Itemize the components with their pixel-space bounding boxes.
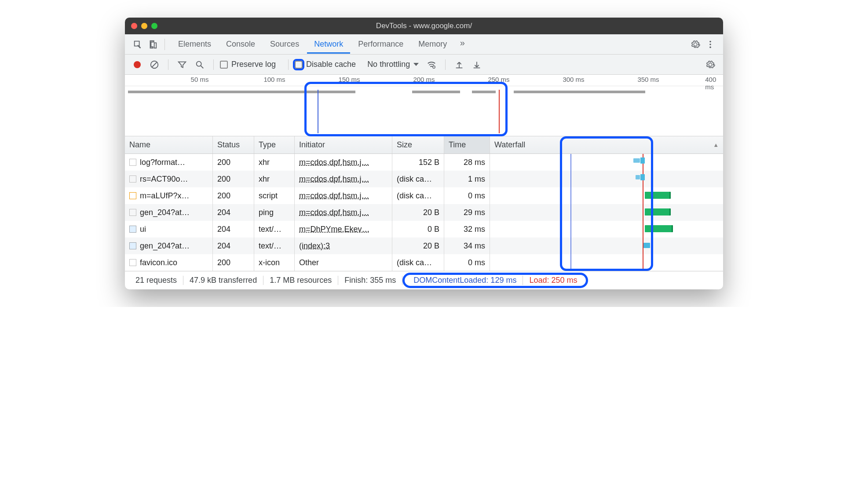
cell-status: 200 xyxy=(213,187,254,204)
chevron-down-icon xyxy=(413,63,419,66)
cell-status: 200 xyxy=(213,254,254,271)
more-tabs-icon[interactable]: » xyxy=(455,35,470,50)
annotation-highlight xyxy=(304,82,508,136)
cell-time: 32 ms xyxy=(444,221,490,237)
cell-initiator[interactable]: m=cdos,dpf,hsm,j… xyxy=(299,208,369,217)
request-table: log?format… 200 xhr m=cdos,dpf,hsm,j… 15… xyxy=(125,154,723,271)
tab-elements[interactable]: Elements xyxy=(171,35,218,53)
cell-name: m=aLUfP?x… xyxy=(140,191,190,201)
cell-name: log?format… xyxy=(140,158,185,167)
cell-initiator[interactable]: m=cdos,dpf,hsm,j… xyxy=(299,191,369,201)
tick-label: 300 ms xyxy=(563,76,584,83)
disable-cache-checkbox[interactable]: Disable cache xyxy=(295,60,356,69)
svg-line-6 xyxy=(201,66,204,68)
cell-time: 29 ms xyxy=(444,204,490,221)
cell-status: 204 xyxy=(213,204,254,221)
status-dcl: DOMContentLoaded: 129 ms xyxy=(407,276,523,285)
cell-name: favicon.ico xyxy=(140,258,177,267)
cell-time: 28 ms xyxy=(444,154,490,171)
image-icon xyxy=(129,242,136,249)
network-settings-gear-icon[interactable] xyxy=(703,57,718,72)
cell-initiator[interactable]: m=DhPYme,Ekev… xyxy=(299,225,370,234)
cell-initiator[interactable]: m=cdos,dpf,hsm,j… xyxy=(299,158,369,167)
cell-size: (disk ca… xyxy=(392,171,444,187)
cell-size: 20 B xyxy=(392,204,444,221)
column-status[interactable]: Status xyxy=(213,136,254,153)
cell-size: 152 B xyxy=(392,154,444,171)
cell-size: (disk ca… xyxy=(392,254,444,271)
cell-size: 20 B xyxy=(392,237,444,254)
column-type[interactable]: Type xyxy=(254,136,295,153)
throttling-label: No throttling xyxy=(367,60,410,69)
cell-size: 0 B xyxy=(392,221,444,237)
tab-performance[interactable]: Performance xyxy=(351,35,410,53)
preserve-log-label: Preserve log xyxy=(231,60,276,69)
kebab-menu-icon[interactable] xyxy=(703,37,718,52)
script-icon xyxy=(129,192,136,199)
window-title: DevTools - www.google.com/ xyxy=(125,22,723,30)
svg-point-7 xyxy=(433,66,435,68)
column-name[interactable]: Name xyxy=(125,136,213,153)
status-transferred: 47.9 kB transferred xyxy=(183,276,263,285)
cell-type: xhr xyxy=(254,171,295,187)
separator xyxy=(164,39,165,50)
tick-label: 350 ms xyxy=(637,76,659,83)
devtools-window: DevTools - www.google.com/ Elements Cons… xyxy=(125,18,723,289)
cell-status: 204 xyxy=(213,221,254,237)
cell-size: (disk ca… xyxy=(392,187,444,204)
tick-label: 100 ms xyxy=(263,76,285,83)
export-har-icon[interactable] xyxy=(469,57,484,72)
settings-gear-icon[interactable] xyxy=(688,37,703,52)
tick-label: 50 ms xyxy=(191,76,209,83)
cell-type: text/… xyxy=(254,221,295,237)
search-icon[interactable] xyxy=(192,57,207,72)
status-bar: 21 requests 47.9 kB transferred 1.7 MB r… xyxy=(125,271,723,289)
network-conditions-icon[interactable] xyxy=(424,57,439,72)
cell-name: gen_204?at… xyxy=(140,241,190,251)
timeline-overview[interactable]: 50 ms 100 ms 150 ms 200 ms 250 ms 300 ms… xyxy=(125,75,723,136)
tick-label: 400 ms xyxy=(705,76,717,91)
cell-name: gen_204?at… xyxy=(140,208,190,217)
cell-time: 0 ms xyxy=(444,187,490,204)
tab-memory[interactable]: Memory xyxy=(411,35,454,53)
tab-sources[interactable]: Sources xyxy=(263,35,306,53)
cell-time: 0 ms xyxy=(444,254,490,271)
column-size[interactable]: Size xyxy=(392,136,444,153)
status-load: Load: 250 ms xyxy=(523,276,583,285)
svg-point-2 xyxy=(709,46,711,48)
titlebar: DevTools - www.google.com/ xyxy=(125,18,723,34)
svg-point-1 xyxy=(709,44,711,45)
status-requests: 21 requests xyxy=(129,276,183,285)
column-initiator[interactable]: Initiator xyxy=(295,136,392,153)
cell-initiator[interactable]: (index):3 xyxy=(299,241,330,251)
svg-point-0 xyxy=(709,40,711,42)
throttling-select[interactable]: No throttling xyxy=(365,60,421,69)
annotation-highlight: DOMContentLoaded: 129 ms Load: 250 ms xyxy=(402,273,588,288)
column-time[interactable]: Time xyxy=(444,136,490,153)
overview-bar xyxy=(514,91,645,93)
panel-tabs: Elements Console Sources Network Perform… xyxy=(171,35,470,53)
tab-console[interactable]: Console xyxy=(219,35,262,53)
disable-cache-label: Disable cache xyxy=(306,60,356,69)
cell-initiator[interactable]: m=cdos,dpf,hsm,j… xyxy=(299,175,369,184)
svg-point-5 xyxy=(197,61,201,66)
import-har-icon[interactable] xyxy=(452,57,467,72)
inspect-icon[interactable] xyxy=(130,37,145,52)
preserve-log-checkbox[interactable]: Preserve log xyxy=(220,60,276,69)
tab-network[interactable]: Network xyxy=(307,35,350,53)
main-tabbar: Elements Console Sources Network Perform… xyxy=(125,34,723,55)
device-toggle-icon[interactable] xyxy=(145,37,160,52)
clear-icon[interactable] xyxy=(147,57,162,72)
cell-type: xhr xyxy=(254,154,295,171)
filter-icon[interactable] xyxy=(175,57,190,72)
cell-name: ui xyxy=(140,225,146,234)
cell-time: 34 ms xyxy=(444,237,490,254)
cell-status: 200 xyxy=(213,171,254,187)
record-icon[interactable] xyxy=(134,61,141,68)
file-icon xyxy=(129,259,136,266)
status-finish: Finish: 355 ms xyxy=(338,276,402,285)
cell-time: 1 ms xyxy=(444,171,490,187)
file-icon xyxy=(129,159,136,166)
cell-type: ping xyxy=(254,204,295,221)
cell-status: 204 xyxy=(213,237,254,254)
